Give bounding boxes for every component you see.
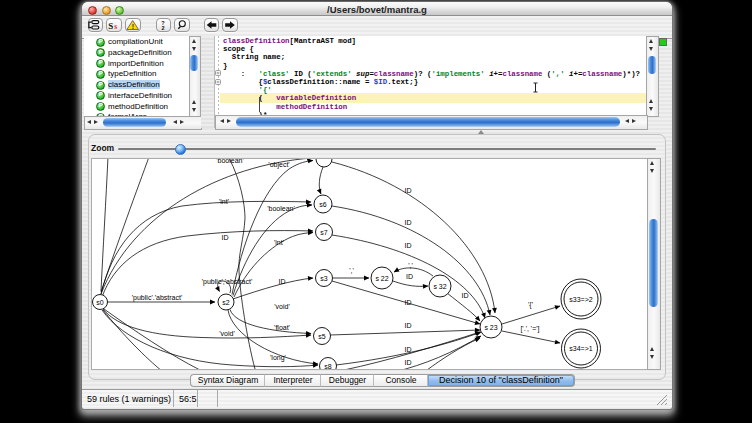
svg-text:'{': '{'	[527, 301, 532, 309]
svg-text:'public','abstract': 'public','abstract'	[201, 278, 251, 286]
svg-text:s5: s5	[318, 333, 326, 340]
svg-text:ID: ID	[404, 219, 411, 226]
svg-text:'object': 'object'	[268, 161, 289, 169]
svg-text:ID: ID	[404, 299, 411, 306]
svg-text:ID: ID	[406, 273, 413, 280]
svg-text:ID: ID	[461, 292, 468, 299]
svg-text:'int': 'int'	[273, 239, 283, 246]
svg-text:ID: ID	[404, 322, 411, 329]
svg-text:'int': 'int'	[218, 198, 228, 205]
svg-text:s8: s8	[324, 363, 332, 370]
svg-text:',': ','	[349, 267, 354, 274]
svg-text:s 32: s 32	[433, 283, 446, 290]
svg-text:s7: s7	[320, 229, 328, 236]
svg-text:'boolean': 'boolean'	[216, 159, 244, 164]
svg-text:s: s	[114, 22, 117, 31]
svg-text:s 22: s 22	[375, 275, 388, 282]
svg-text:s33=>2: s33=>2	[569, 296, 592, 303]
svg-text:!: !	[132, 23, 134, 30]
svg-text:'boolean': 'boolean'	[267, 205, 295, 212]
svg-text:ID: ID	[404, 359, 411, 366]
svg-text:ID: ID	[404, 187, 411, 194]
svg-text:s 23: s 23	[484, 324, 497, 331]
svg-text:2: 2	[161, 25, 164, 31]
svg-text:'void': 'void'	[219, 330, 235, 337]
svg-text:s0: s0	[96, 299, 104, 306]
svg-text:'void': 'void'	[274, 303, 290, 310]
svg-text:'long': 'long'	[270, 354, 286, 362]
svg-text:'public'.'abstract': 'public'.'abstract'	[131, 294, 181, 302]
svg-text:s6: s6	[319, 201, 327, 208]
svg-text:'float': 'float'	[274, 324, 290, 331]
svg-text:',': ','	[408, 262, 413, 269]
svg-text:['.', '=']: ['.', '=']	[520, 325, 539, 333]
svg-text:ID: ID	[221, 234, 228, 241]
svg-text:ID: ID	[278, 278, 285, 285]
svg-text:S: S	[108, 21, 113, 31]
svg-text:ID: ID	[404, 346, 411, 353]
svg-text:s3: s3	[320, 275, 328, 282]
svg-text:ID: ID	[404, 242, 411, 249]
svg-text:s2: s2	[222, 299, 230, 306]
svg-text:s34=>1: s34=>1	[569, 345, 592, 352]
